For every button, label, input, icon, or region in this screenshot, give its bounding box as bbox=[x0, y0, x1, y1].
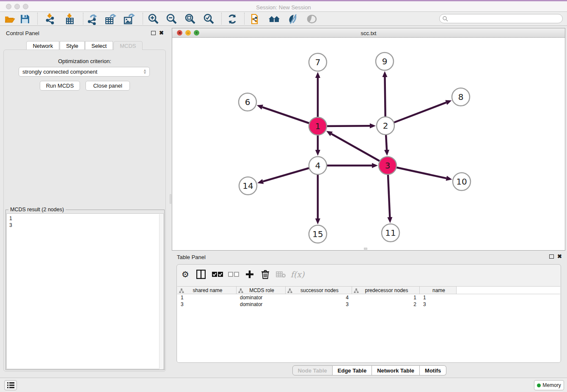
titlebar: Session: New Session bbox=[0, 1, 567, 12]
search-icon bbox=[442, 16, 448, 22]
zoom-fit-icon[interactable] bbox=[184, 13, 196, 25]
column-flow-icon bbox=[287, 288, 292, 293]
table-cell: 3 bbox=[177, 301, 237, 308]
graph-node-label: 3 bbox=[385, 160, 391, 171]
eye-icon[interactable] bbox=[306, 13, 318, 25]
column-header-shared-name[interactable]: shared name bbox=[177, 287, 237, 294]
table-tabs: Node TableEdge TableNetwork TableMotifs bbox=[172, 365, 567, 376]
network-window-titlebar[interactable]: ✕ − ＋ scc.txt bbox=[172, 28, 565, 38]
search-field[interactable] bbox=[439, 14, 563, 23]
window-resize-handle[interactable] bbox=[364, 248, 367, 250]
graph-node-label: 4 bbox=[315, 160, 321, 171]
table-cell: dominator bbox=[237, 301, 286, 308]
export-table-icon[interactable] bbox=[104, 13, 117, 25]
table-container: ⚙ f(x) shared nameMCDS rolesuccessor nod… bbox=[176, 264, 561, 363]
criterion-value: strongly connected component bbox=[22, 69, 97, 75]
graph-node-label: 9 bbox=[382, 56, 388, 66]
edge-arrowhead bbox=[384, 150, 389, 156]
close-panel-icon[interactable]: ✖ bbox=[159, 31, 164, 35]
close-panel-button[interactable]: Close panel bbox=[85, 81, 130, 91]
column-flow-icon bbox=[179, 288, 184, 293]
table-cell: dominator bbox=[237, 294, 286, 301]
add-icon[interactable] bbox=[243, 269, 256, 280]
panel-selector-button[interactable] bbox=[4, 380, 17, 390]
zoom-in-icon[interactable] bbox=[147, 13, 160, 25]
tab-network[interactable]: Network bbox=[26, 41, 59, 50]
tab-motifs[interactable]: Motifs bbox=[420, 365, 446, 375]
graph-node-label: 7 bbox=[315, 57, 321, 67]
mcds-result-text[interactable]: 13 bbox=[6, 213, 164, 369]
edge-arrowhead bbox=[387, 217, 392, 223]
memory-label: Memory bbox=[542, 382, 561, 388]
column-header-name[interactable]: name bbox=[420, 287, 457, 294]
deselect-all-icon[interactable] bbox=[227, 269, 240, 280]
edge-arrowhead bbox=[257, 105, 263, 109]
import-table-icon[interactable] bbox=[63, 13, 76, 25]
delete-table-icon bbox=[275, 269, 287, 280]
open-folder-icon[interactable] bbox=[3, 13, 16, 25]
float-panel-icon[interactable] bbox=[151, 31, 156, 35]
column-header-label: successor nodes bbox=[286, 287, 352, 293]
columns-icon[interactable] bbox=[195, 269, 207, 280]
trash-icon[interactable] bbox=[259, 269, 272, 280]
list-icon bbox=[7, 382, 14, 388]
splitter-handle[interactable] bbox=[170, 194, 171, 204]
tab-network-table[interactable]: Network Table bbox=[372, 365, 420, 375]
table-panel-title: Table Panel bbox=[177, 254, 206, 260]
memory-status-icon bbox=[537, 384, 541, 387]
edge-arrowhead bbox=[446, 176, 452, 181]
toolbar-separator bbox=[244, 13, 245, 25]
mcds-result-title: MCDS result (2 nodes) bbox=[8, 207, 66, 213]
table-cell: 4 bbox=[286, 294, 352, 301]
column-flow-icon bbox=[354, 288, 359, 293]
criterion-select[interactable]: strongly connected component ˄˅ bbox=[19, 67, 150, 77]
table-row[interactable]: 1dominator411 bbox=[177, 294, 560, 301]
edge-2-8 bbox=[385, 102, 446, 126]
control-tabs: NetworkStyleSelectMCDS bbox=[0, 41, 169, 50]
close-panel-icon[interactable]: ✖ bbox=[557, 254, 562, 259]
edge-3-1 bbox=[331, 134, 388, 166]
float-panel-icon[interactable] bbox=[549, 254, 554, 259]
tab-style[interactable]: Style bbox=[60, 41, 85, 50]
chevron-up-down-icon: ˄˅ bbox=[144, 70, 146, 74]
edge-arrowhead bbox=[372, 163, 378, 168]
scrollbar-track[interactable] bbox=[159, 214, 163, 369]
style-visibility-icon[interactable] bbox=[286, 13, 299, 25]
graph-node-label: 8 bbox=[458, 92, 464, 102]
column-header-label: shared name bbox=[177, 287, 236, 293]
memory-button[interactable]: Memory bbox=[534, 380, 564, 390]
tab-edge-table[interactable]: Edge Table bbox=[333, 365, 372, 375]
toolbar-separator bbox=[37, 13, 38, 25]
copy-network-icon[interactable] bbox=[249, 13, 262, 25]
network-title: scc.txt bbox=[172, 30, 565, 36]
table-row[interactable]: 3dominator323 bbox=[177, 301, 560, 308]
export-network-icon[interactable] bbox=[86, 13, 99, 25]
toolbar-separator bbox=[83, 13, 83, 25]
export-image-icon[interactable] bbox=[123, 13, 135, 25]
edge-arrowhead bbox=[315, 150, 320, 156]
tab-mcds[interactable]: MCDS bbox=[113, 41, 142, 50]
search-input[interactable] bbox=[448, 15, 562, 22]
column-header-MCDS-role[interactable]: MCDS role bbox=[237, 287, 286, 294]
gear-icon[interactable]: ⚙ bbox=[179, 269, 192, 280]
function-icon: f(x) bbox=[291, 269, 304, 280]
table-cell: 2 bbox=[352, 301, 420, 308]
graph-node-label: 11 bbox=[385, 228, 396, 238]
run-mcds-button[interactable]: Run MCDS bbox=[40, 81, 80, 91]
column-header-successor-nodes[interactable]: successor nodes bbox=[286, 287, 352, 294]
mcds-result-line: 3 bbox=[9, 222, 161, 229]
home-icon[interactable] bbox=[268, 13, 281, 25]
import-network-icon[interactable] bbox=[44, 13, 56, 25]
network-graph-canvas[interactable]: 7968124314101511 bbox=[172, 38, 565, 250]
tab-select[interactable]: Select bbox=[85, 41, 113, 50]
table-rows: 1dominator4113dominator323 bbox=[177, 294, 560, 308]
column-header-predecessor-nodes[interactable]: predecessor nodes bbox=[352, 287, 420, 294]
table-cell: 1 bbox=[420, 294, 457, 301]
zoom-out-icon[interactable] bbox=[165, 13, 178, 25]
tab-node-table[interactable]: Node Table bbox=[292, 365, 333, 375]
refresh-icon[interactable] bbox=[226, 13, 239, 25]
select-all-icon[interactable] bbox=[211, 269, 224, 280]
zoom-selected-icon[interactable] bbox=[202, 13, 215, 25]
optimization-criterion-label: Optimization criterion: bbox=[0, 58, 169, 64]
save-icon[interactable] bbox=[19, 13, 31, 25]
